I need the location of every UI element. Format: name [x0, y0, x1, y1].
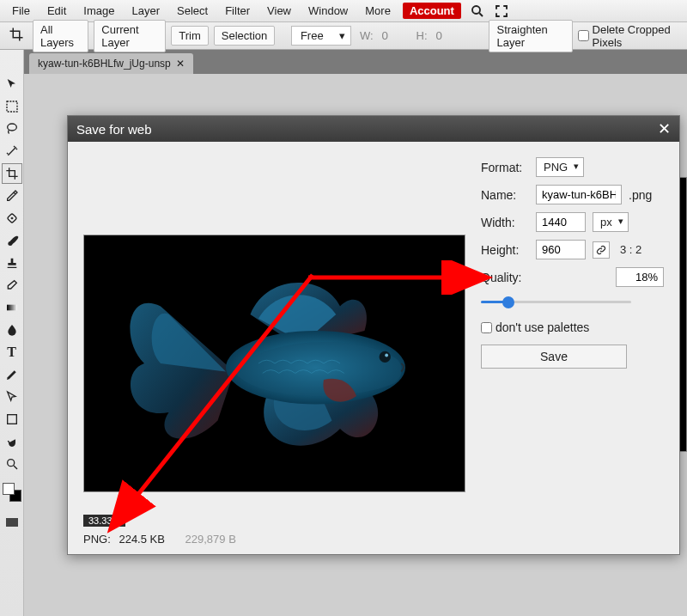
toolbox: T — [0, 50, 24, 616]
eyedropper-tool[interactable] — [2, 186, 22, 206]
width-label: W: — [356, 29, 377, 42]
hand-tool[interactable] — [2, 431, 22, 452]
dialog-titlebar[interactable]: Save for web ✕ — [68, 116, 679, 142]
export-height-input[interactable] — [536, 240, 586, 259]
pen-tool[interactable] — [2, 364, 22, 385]
straighten-button[interactable]: Straighten Layer — [489, 20, 572, 52]
wand-tool[interactable] — [2, 141, 22, 162]
file-size-bytes: 229,879 B — [185, 533, 236, 546]
move-tool[interactable] — [2, 74, 22, 95]
path-tool[interactable] — [2, 387, 22, 407]
quality-slider[interactable] — [481, 295, 631, 308]
aspect-select[interactable]: Free — [291, 26, 351, 46]
svg-point-3 — [7, 124, 16, 131]
zoom-tool[interactable] — [2, 454, 22, 474]
svg-point-11 — [379, 351, 390, 363]
svg-line-1 — [479, 13, 483, 16]
brush-tool[interactable] — [2, 230, 22, 251]
tab-title: kyaw-tun-k6BHLfw_jUg-unsp — [38, 58, 171, 70]
search-icon[interactable] — [470, 3, 485, 19]
dialog-title: Save for web — [76, 122, 152, 137]
shape-tool[interactable] — [2, 409, 22, 430]
lasso-tool[interactable] — [2, 119, 22, 139]
menu-filter[interactable]: Filter — [216, 1, 258, 21]
height-input[interactable] — [436, 29, 462, 42]
delete-cropped-checkbox[interactable]: Delete Cropped Pixels — [578, 23, 682, 49]
quality-field-label: Quality: — [481, 271, 529, 284]
current-layer-button[interactable]: Current Layer — [94, 20, 166, 52]
marquee-tool[interactable] — [2, 96, 22, 117]
width-input[interactable] — [382, 29, 408, 42]
name-field-label: Name: — [481, 188, 529, 202]
close-icon[interactable]: ✕ — [658, 119, 671, 138]
no-palettes-label: don't use palettes — [495, 320, 589, 334]
zoom-badge[interactable]: 33.33% — [83, 515, 125, 527]
file-info: PNG: 224.5 KB 229,879 B — [83, 533, 236, 546]
save-for-web-dialog: Save for web ✕ — [67, 115, 680, 555]
menu-window[interactable]: Window — [300, 1, 356, 21]
fullscreen-icon[interactable] — [494, 3, 509, 19]
svg-rect-2 — [7, 101, 17, 112]
link-icon[interactable] — [593, 241, 610, 259]
document-tab[interactable]: kyaw-tun-k6BHLfw_jUg-unsp ✕ — [29, 53, 193, 74]
svg-rect-9 — [6, 518, 18, 527]
svg-point-0 — [472, 6, 480, 14]
menu-view[interactable]: View — [258, 1, 300, 21]
stamp-tool[interactable] — [2, 253, 22, 273]
unit-select[interactable]: px — [593, 212, 629, 232]
selection-button[interactable]: Selection — [214, 26, 275, 46]
color-swatch[interactable] — [3, 483, 21, 502]
menu-edit[interactable]: Edit — [39, 1, 75, 21]
menu-select[interactable]: Select — [168, 1, 216, 21]
save-button[interactable]: Save — [481, 345, 627, 369]
delete-cropped-label: Delete Cropped Pixels — [593, 23, 682, 49]
options-bar: All Layers Current Layer Trim Selection … — [0, 22, 687, 50]
name-input[interactable] — [536, 185, 622, 204]
quality-input[interactable] — [616, 267, 664, 287]
delete-cropped-input[interactable] — [578, 30, 589, 41]
width-field-label: Width: — [481, 216, 529, 229]
crop-tool[interactable] — [2, 163, 22, 184]
svg-line-8 — [14, 466, 17, 469]
svg-point-7 — [7, 460, 14, 467]
menu-layer[interactable]: Layer — [124, 1, 169, 21]
document-tabs: kyaw-tun-k6BHLfw_jUg-unsp ✕ — [0, 50, 687, 74]
all-layers-button[interactable]: All Layers — [33, 20, 88, 52]
export-width-input[interactable] — [536, 212, 586, 232]
account-button[interactable]: Account — [403, 3, 461, 19]
no-palettes-checkbox[interactable]: don't use palettes — [481, 320, 664, 334]
file-size-kb: 224.5 KB — [119, 533, 165, 546]
height-field-label: Height: — [481, 243, 529, 257]
height-label: H: — [413, 29, 431, 42]
eraser-tool[interactable] — [2, 275, 22, 296]
aspect-ratio: 3 : 2 — [620, 243, 641, 256]
betta-fish-art — [112, 252, 438, 475]
ext-label: .png — [629, 188, 652, 202]
healing-tool[interactable] — [2, 208, 22, 229]
format-field-label: Format: — [481, 161, 529, 174]
menu-file[interactable]: File — [3, 1, 39, 21]
format-select[interactable]: PNG — [536, 157, 584, 177]
menu-image[interactable]: Image — [75, 1, 123, 21]
gradient-tool[interactable] — [2, 297, 22, 318]
svg-rect-5 — [7, 305, 17, 311]
svg-rect-6 — [7, 415, 16, 424]
format-label: PNG: — [83, 533, 111, 546]
close-icon[interactable]: ✕ — [176, 58, 185, 70]
trim-button[interactable]: Trim — [171, 26, 209, 46]
type-tool[interactable]: T — [2, 342, 22, 363]
preview-image[interactable] — [83, 235, 465, 492]
no-palettes-input[interactable] — [481, 322, 492, 333]
menu-more[interactable]: More — [356, 1, 399, 21]
blur-tool[interactable] — [2, 320, 22, 340]
svg-point-12 — [385, 354, 388, 357]
preview-pane: 33.33% PNG: 224.5 KB 229,879 B — [83, 157, 465, 546]
crop-icon — [5, 27, 27, 45]
quickmask-icon[interactable] — [2, 512, 22, 533]
export-controls: Format: PNG Name: .png Width: px Height:… — [481, 157, 664, 546]
